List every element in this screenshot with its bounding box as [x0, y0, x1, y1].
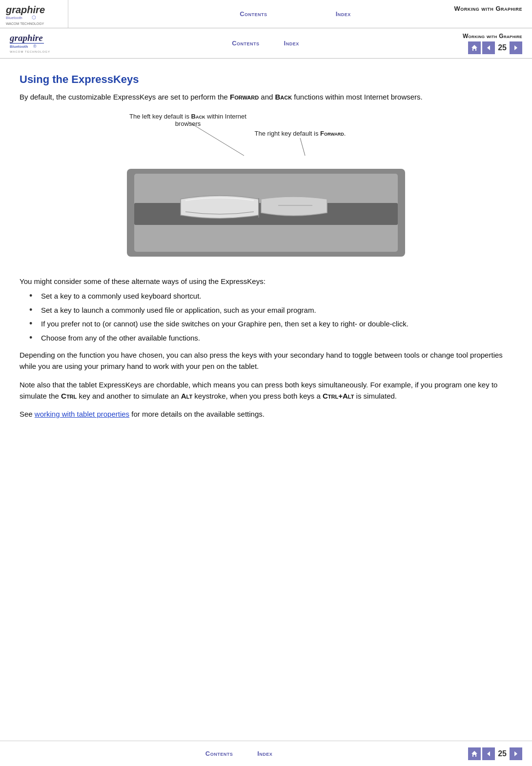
- top-bar: graphire Bluetooth ⬡ WACOM TECHNOLOGY Wo…: [0, 0, 532, 28]
- bullet-text-1: Set a key to a commonly used keyboard sh…: [41, 291, 202, 302]
- svg-text:graphire: graphire: [5, 4, 45, 15]
- page-title: Using the ExpressKeys: [20, 73, 512, 86]
- logo-box: graphire Bluetooth ® WACOM TECHNOLOGY: [10, 31, 68, 55]
- graphire-logo: graphire Bluetooth ⬡ WACOM TECHNOLOGY: [5, 2, 59, 26]
- header-right: Working with Graphire 25: [463, 33, 522, 54]
- footer-forward-icon: [512, 750, 519, 757]
- diagram-labels: The left key default is Back within Inte…: [120, 113, 412, 157]
- footer-page-number: 25: [498, 749, 507, 758]
- svg-text:®: ®: [33, 44, 37, 49]
- footer-nav: Contents Index: [10, 750, 468, 757]
- para3-prefix: See: [20, 410, 35, 418]
- body-para-3: See working with tablet properties for m…: [20, 408, 512, 420]
- bullet-dot: •: [29, 305, 37, 316]
- home-btn[interactable]: [468, 41, 481, 54]
- footer-controls: 25: [468, 747, 522, 760]
- svg-marker-10: [487, 45, 490, 50]
- svg-text:Bluetooth: Bluetooth: [10, 44, 28, 49]
- svg-text:WACOM TECHNOLOGY: WACOM TECHNOLOGY: [10, 50, 50, 53]
- bullet-text-3: If you prefer not to (or cannot) use the…: [41, 319, 409, 330]
- svg-text:graphire: graphire: [10, 33, 43, 43]
- bullet-dot: •: [29, 291, 37, 302]
- svg-rect-5: [10, 43, 44, 44]
- footer-home-btn[interactable]: [468, 747, 481, 760]
- page-controls: 25: [468, 41, 522, 54]
- back-icon: [485, 44, 492, 51]
- footer-forward-btn[interactable]: [510, 747, 522, 760]
- working-with-label: Working with Graphire: [463, 33, 522, 40]
- svg-text:WACOM TECHNOLOGY: WACOM TECHNOLOGY: [6, 22, 44, 25]
- contents-link-header[interactable]: Contents: [232, 40, 259, 47]
- list-item: • Set a key to a commonly used keyboard …: [29, 291, 512, 302]
- list-item: • Choose from any of the other available…: [29, 333, 512, 344]
- top-controls: [522, 0, 532, 28]
- label-right: The right key default is Forward.: [232, 130, 368, 137]
- bullet-dot: •: [29, 333, 37, 343]
- list-item: • Set a key to launch a commonly used fi…: [29, 305, 512, 316]
- svg-marker-21: [514, 751, 517, 756]
- footer-back-btn[interactable]: [482, 747, 495, 760]
- page-number-header: 25: [498, 43, 507, 52]
- bullet-intro: You might consider some of these alterna…: [20, 276, 512, 287]
- top-nav: Contents Index: [68, 0, 522, 28]
- para3-suffix: for more details on the available settin…: [129, 410, 265, 418]
- header-row: graphire Bluetooth ® WACOM TECHNOLOGY Co…: [0, 28, 532, 59]
- diagram-container: The left key default is Back within Inte…: [20, 113, 512, 262]
- intro-paragraph: By default, the customizable ExpressKeys…: [20, 92, 512, 103]
- svg-marker-11: [514, 45, 517, 50]
- forward-btn[interactable]: [510, 41, 522, 54]
- svg-marker-9: [471, 45, 477, 51]
- forward-icon: [512, 44, 519, 51]
- tablet-properties-link[interactable]: working with tablet properties: [35, 410, 129, 418]
- bullet-text-4: Choose from any of the other available f…: [41, 333, 200, 344]
- bullet-list: • Set a key to a commonly used keyboard …: [29, 291, 512, 343]
- list-item: • If you prefer not to (or cannot) use t…: [29, 319, 512, 330]
- index-link-top[interactable]: Index: [336, 10, 351, 18]
- back-btn[interactable]: [482, 41, 495, 54]
- footer-back-icon: [485, 750, 492, 757]
- logo-area: graphire Bluetooth ⬡ WACOM TECHNOLOGY: [0, 0, 68, 28]
- svg-line-13: [300, 138, 305, 156]
- contents-link-top[interactable]: Contents: [240, 10, 267, 18]
- footer: Contents Index 25: [0, 741, 532, 766]
- home-icon: [471, 44, 478, 52]
- bullet-dot: •: [29, 319, 37, 329]
- footer-home-icon: [471, 750, 478, 758]
- svg-marker-20: [487, 751, 490, 756]
- logo-svg: graphire Bluetooth ® WACOM TECHNOLOGY: [10, 31, 63, 54]
- svg-marker-19: [471, 751, 477, 757]
- center-nav: Contents Index: [68, 40, 463, 47]
- index-link-header[interactable]: Index: [284, 40, 299, 47]
- svg-text:Bluetooth: Bluetooth: [6, 16, 22, 20]
- body-para-1: Depending on the function you have chose…: [20, 349, 512, 372]
- contents-link-footer[interactable]: Contents: [205, 750, 233, 757]
- expresskeys-diagram: [122, 159, 410, 262]
- main-content: Using the ExpressKeys By default, the cu…: [0, 59, 532, 441]
- bullet-text-2: Set a key to launch a commonly used file…: [41, 305, 316, 316]
- body-para-2: Note also that the tablet ExpressKeys ar…: [20, 379, 512, 402]
- svg-text:⬡: ⬡: [32, 15, 36, 20]
- working-title: Working with Graphire: [454, 5, 522, 12]
- label-left: The left key default is Back within Inte…: [124, 113, 251, 127]
- index-link-footer[interactable]: Index: [257, 750, 272, 757]
